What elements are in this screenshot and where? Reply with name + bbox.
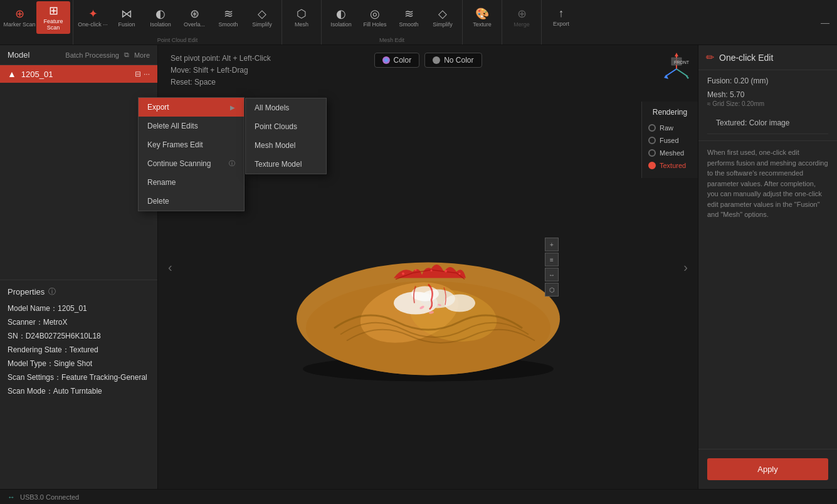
- marker-scan-button[interactable]: ⊕ Marker Scan: [3, 1, 36, 34]
- svg-point-20: [445, 270, 447, 273]
- ctx-continue-scanning-label: Continue Scanning: [147, 159, 211, 168]
- toolbar-export-group: ↑ Export: [542, 0, 581, 45]
- viewport-right-arrow[interactable]: ›: [678, 255, 693, 280]
- ctx-export-arrow: ▶: [230, 104, 235, 111]
- ctx-rename-item[interactable]: Rename: [139, 173, 244, 192]
- more-label[interactable]: More: [134, 51, 150, 59]
- rendering-panel: Rendering Raw Fused Meshed Textured: [641, 102, 698, 178]
- simplify-me-label: Simplify: [433, 22, 453, 28]
- ctx-export-item[interactable]: Export ▶ All Models Point Clouds Mesh Mo…: [139, 98, 244, 117]
- simplify-pc-icon: ◇: [258, 7, 266, 21]
- mesh-edit-label: Mesh Edit: [322, 37, 462, 43]
- smooth-me-button[interactable]: ≋ Smooth: [392, 1, 426, 34]
- svg-point-15: [444, 295, 475, 312]
- fill-holes-button[interactable]: ◎ Fill Holes: [358, 1, 392, 34]
- rp-params: Fusion: 0.20 (mm) Mesh: 5.70 ≈ Grid Size…: [698, 70, 837, 141]
- isolation-me-button[interactable]: ◐ Isolation: [324, 1, 358, 34]
- rp-fusion-param: Fusion: 0.20 (mm): [707, 76, 828, 85]
- apply-button[interactable]: Apply: [707, 458, 828, 480]
- pivot-line1: Set pivot point: Alt + Left-Click: [171, 53, 271, 65]
- color-button[interactable]: Color: [374, 53, 419, 68]
- minimize-button[interactable]: —: [818, 15, 832, 30]
- merge-label: Merge: [513, 22, 530, 28]
- model-panel-header: Model Batch Processing ⧉ More: [0, 45, 157, 65]
- side-tool-3[interactable]: ↔: [545, 268, 559, 281]
- render-option-meshed[interactable]: Meshed: [647, 147, 693, 159]
- rp-mesh-param: Mesh: 5.70 ≈ Grid Size: 0.20mm: [707, 90, 828, 107]
- export-toolbar-label: Export: [553, 21, 569, 28]
- batch-processing-label: Batch Processing: [65, 51, 119, 59]
- side-tool-4[interactable]: ⬡: [545, 283, 559, 297]
- model-item-name: 1205_01: [21, 70, 135, 79]
- model-list-item[interactable]: ▲ 1205_01 ⊟ ···: [0, 65, 157, 83]
- ctx-delete-item[interactable]: Delete: [139, 192, 244, 211]
- one-click-button[interactable]: ✦ One-click ···: [76, 1, 110, 34]
- svg-point-18: [414, 269, 416, 271]
- render-option-fused[interactable]: Fused: [647, 134, 693, 147]
- svg-point-17: [402, 273, 404, 275]
- model-item-icon: ▲: [8, 69, 16, 79]
- rp-grid-size-label: ≈ Grid Size: 0.20mm: [707, 100, 828, 107]
- simplify-me-button[interactable]: ◇ Simplify: [426, 1, 460, 34]
- mesh-button[interactable]: ⬡ Mesh: [285, 1, 318, 34]
- no-color-button[interactable]: No Color: [424, 53, 482, 68]
- isolation-pc-button[interactable]: ◐ Isolation: [144, 1, 177, 34]
- rp-description: When first used, one-click edit performs…: [698, 141, 837, 449]
- submenu-all-models[interactable]: All Models: [246, 98, 326, 117]
- smooth-pc-button[interactable]: ≋ Smooth: [211, 1, 245, 34]
- svg-marker-1: [675, 53, 678, 56]
- export-submenu: All Models Point Clouds Mesh Model Textu…: [245, 98, 327, 174]
- color-bar: Color No Color: [374, 53, 482, 68]
- ctx-delete-all-edits-item[interactable]: Delete All Edits: [139, 117, 244, 135]
- simplify-pc-button[interactable]: ◇ Simplify: [245, 1, 279, 34]
- viewport-left-arrow[interactable]: ‹: [163, 255, 177, 280]
- smooth-me-icon: ≋: [404, 7, 414, 21]
- render-option-textured[interactable]: Textured: [647, 159, 693, 172]
- rp-title: One-click Edit: [719, 53, 773, 63]
- texture-icon: 🎨: [475, 7, 489, 21]
- rp-textured-value: Color image: [749, 118, 790, 127]
- render-radio-meshed: [648, 149, 656, 157]
- no-color-dot: [433, 56, 440, 64]
- batch-processing-icon[interactable]: ⧉: [124, 51, 129, 59]
- toolbar-point-cloud-group: ✦ One-click ··· ⋈ Fusion ◐ Isolation ⊛ O…: [73, 0, 282, 45]
- toolbar: ⊕ Marker Scan ⊞ Feature Scan ✦ One-click…: [0, 0, 837, 45]
- model-view-icon[interactable]: ⊟: [135, 70, 141, 78]
- texture-button[interactable]: 🎨 Texture: [465, 1, 499, 34]
- svg-line-4: [665, 69, 676, 76]
- render-option-raw[interactable]: Raw: [647, 122, 693, 134]
- rp-mesh-value: 5.70: [730, 90, 744, 99]
- isolation-pc-icon: ◐: [155, 7, 166, 21]
- fusion-button[interactable]: ⋈ Fusion: [110, 1, 144, 34]
- overlay-label: Overla...: [184, 22, 205, 28]
- rp-textured-label: Textured:: [716, 118, 747, 127]
- point-cloud-edit-label: Point Cloud Edit: [73, 37, 282, 43]
- render-label-raw: Raw: [660, 124, 673, 132]
- export-toolbar-icon: ↑: [559, 7, 564, 20]
- overlay-button[interactable]: ⊛ Overla...: [177, 1, 211, 34]
- mesh-icon: ⬡: [297, 7, 307, 21]
- side-tool-2[interactable]: ≡: [545, 253, 559, 266]
- toolbar-mesh-edit-group: ◐ Isolation ◎ Fill Holes ≋ Smooth ◇ Simp…: [322, 0, 463, 45]
- feature-scan-button[interactable]: ⊞ Feature Scan: [36, 1, 70, 34]
- prop-model-type: Model Type：Single Shot: [8, 359, 150, 369]
- one-click-label: One-click ···: [78, 22, 108, 28]
- merge-button[interactable]: ⊕ Merge: [505, 1, 539, 34]
- ctx-key-frames-edit-item[interactable]: Key Frames Edit: [139, 135, 244, 154]
- main-area: Model Batch Processing ⧉ More ▲ 1205_01 …: [0, 45, 837, 489]
- texture-label: Texture: [473, 22, 492, 28]
- simplify-me-icon: ◇: [438, 7, 447, 21]
- submenu-texture-model[interactable]: Texture Model: [246, 155, 326, 174]
- color-label: Color: [393, 56, 411, 65]
- nav-cube[interactable]: FRONT: [660, 50, 693, 83]
- model-more-icon[interactable]: ···: [144, 70, 150, 78]
- pivot-line2: Move: Shift + Left-Drag: [171, 65, 271, 76]
- submenu-mesh-model[interactable]: Mesh Model: [246, 136, 326, 155]
- rp-textured-param: Textured: Color image: [707, 112, 828, 134]
- rp-header: ✏ One-click Edit: [698, 45, 837, 70]
- usb-status-text: USB3.0 Connected: [20, 493, 79, 501]
- side-tool-1[interactable]: +: [545, 238, 559, 251]
- submenu-point-clouds[interactable]: Point Clouds: [246, 117, 326, 136]
- export-toolbar-button[interactable]: ↑ Export: [544, 1, 578, 34]
- ctx-continue-scanning-item[interactable]: Continue Scanning ⓘ: [139, 154, 244, 173]
